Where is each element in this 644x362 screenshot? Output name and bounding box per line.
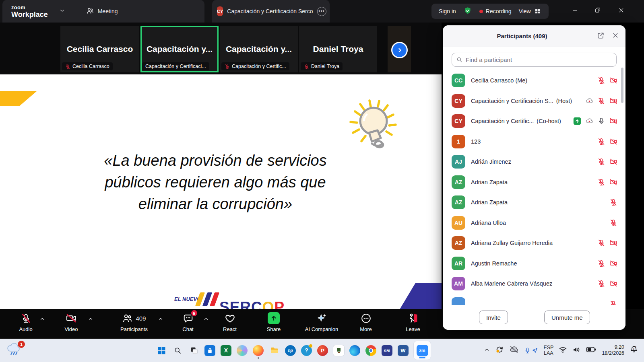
weather-widget[interactable]: 1 — [6, 342, 24, 358]
video-options-chevron[interactable] — [88, 316, 93, 323]
participant-row-cohost[interactable]: CY Capacitación y Certific...(Co-host) — [443, 111, 625, 132]
close-button[interactable] — [612, 0, 630, 20]
participant-row[interactable]: AZ Adrian Zapata — [443, 172, 625, 193]
minimize-button[interactable] — [566, 0, 584, 20]
search-input[interactable] — [466, 56, 612, 63]
participant-row[interactable]: 1 123 — [443, 132, 625, 152]
video-tile[interactable]: Cecilia Carrasco Cecilia Carrasco — [60, 26, 139, 72]
participant-list[interactable]: CC Cecilia Carrasco (Me) CY Capacitación… — [443, 70, 625, 306]
tab-meeting[interactable]: Meeting — [86, 7, 118, 16]
firefox-icon[interactable] — [253, 345, 264, 356]
logo-text-workplace: Workplace — [11, 11, 48, 18]
share-button[interactable]: Share — [260, 312, 287, 332]
notification-bell-icon[interactable]: zz — [630, 345, 638, 356]
unmute-me-button[interactable]: Unmute me — [544, 311, 590, 324]
participant-row-partial[interactable] — [443, 294, 625, 306]
logo-text-zoom: zoom — [11, 5, 48, 10]
slide-quote: «La buena provisión de servicios público… — [48, 150, 382, 215]
edge-icon[interactable] — [349, 345, 360, 356]
tray-expand-icon[interactable] — [484, 347, 490, 354]
language-indicator[interactable]: ESPLAA — [543, 345, 553, 356]
workspace-dropdown-icon[interactable] — [59, 8, 65, 15]
start-icon[interactable] — [156, 345, 167, 356]
avatar: AR — [452, 257, 465, 270]
wifi-icon[interactable] — [559, 346, 567, 356]
chat-icon: 6 — [183, 312, 194, 324]
mic-muted-icon — [65, 64, 70, 69]
more-button[interactable]: More — [353, 312, 379, 332]
participant-row[interactable]: AM Alba Marlene Cabrera Vásquez — [443, 274, 625, 294]
invite-button[interactable]: Invite — [479, 311, 508, 324]
adobe-p-icon[interactable]: P — [317, 345, 328, 356]
video-tile[interactable]: Daniel Troya Daniel Troya — [299, 26, 377, 72]
chrome-icon[interactable] — [365, 345, 376, 356]
participant-row-host[interactable]: CY Capacitación y Certificación S...(Hos… — [443, 91, 625, 111]
leave-button[interactable]: Leave — [400, 312, 426, 332]
sync-icon[interactable] — [495, 345, 504, 356]
video-tile-active-speaker[interactable]: Capacitación y... Capacitación y Certifi… — [140, 26, 219, 72]
tile-display-name: Capacitación y... — [226, 44, 292, 54]
system-tray: ESPLAA 9:20 18/2/2026 zz — [484, 339, 638, 362]
participants-panel-footer: Invite Unmute me — [443, 305, 625, 330]
participants-button[interactable]: 409 Participants — [114, 312, 154, 332]
close-panel-icon[interactable] — [612, 32, 619, 41]
chat-options-chevron[interactable] — [203, 316, 209, 323]
host-label: (Host) — [556, 98, 572, 104]
participant-row[interactable]: AR Agustin Remache — [443, 253, 625, 274]
sri-icon[interactable]: SRi — [382, 345, 392, 356]
onedrive-paused-icon[interactable] — [509, 345, 519, 356]
participant-row[interactable]: AJ Adrián Jimenez — [443, 152, 625, 172]
quote-line-1: «La buena provisión de servicios — [48, 150, 382, 171]
file-explorer-icon[interactable] — [269, 345, 280, 356]
help-icon[interactable]: ? — [301, 345, 312, 356]
tile-display-name: Capacitación y... — [147, 44, 213, 54]
volume-icon[interactable] — [572, 346, 581, 356]
weather-notification-badge: 1 — [18, 341, 25, 348]
video-tile[interactable]: Capacitación y... Capacitación y Certifi… — [220, 26, 298, 72]
participants-options-chevron[interactable] — [158, 316, 163, 323]
sign-in-button[interactable]: Sign in — [439, 8, 456, 14]
task-view-icon[interactable] — [188, 345, 199, 356]
tab-options-icon[interactable]: ••• — [317, 7, 326, 16]
zoom-app-icon-active[interactable]: zm — [414, 341, 431, 360]
copilot-icon[interactable] — [237, 345, 248, 356]
video-button[interactable]: Video — [58, 312, 85, 332]
video-off-icon — [609, 138, 617, 146]
excel-icon[interactable]: X — [221, 345, 231, 356]
word-icon[interactable]: W — [398, 345, 409, 356]
tile-name-label: Cecilia Carrasco — [62, 62, 113, 70]
restore-button[interactable] — [588, 0, 607, 20]
chrome-center — [369, 348, 373, 353]
taskbar-search-icon[interactable] — [172, 345, 183, 356]
video-off-icon — [609, 117, 617, 125]
participant-search-box[interactable] — [452, 53, 617, 67]
chat-unread-badge: 6 — [190, 309, 198, 317]
recording-indicator[interactable]: Recording — [479, 8, 512, 14]
avatar: CY — [452, 94, 465, 108]
chat-button[interactable]: 6 Chat — [175, 312, 201, 332]
clock[interactable]: 9:20 18/2/2026 — [602, 344, 624, 356]
react-button[interactable]: React — [217, 312, 243, 332]
participant-row[interactable]: CC Cecilia Carrasco (Me) — [443, 70, 625, 91]
hp-icon[interactable]: hp — [285, 345, 296, 356]
audio-options-chevron[interactable] — [39, 316, 45, 323]
mic-muted-icon — [597, 76, 605, 84]
security-shield-icon[interactable] — [463, 6, 472, 16]
store-icon[interactable] — [204, 345, 215, 356]
popout-panel-icon[interactable] — [597, 32, 605, 41]
participant-row[interactable]: AU Adriana Ulloa — [443, 213, 625, 233]
participant-row[interactable]: AZ Adriana Zullay Guijarro Heredia — [443, 233, 625, 253]
battery-icon[interactable] — [586, 346, 597, 355]
video-off-icon — [609, 280, 617, 288]
ai-companion-button[interactable]: AI Companion — [300, 312, 343, 332]
location-icon[interactable] — [532, 347, 538, 354]
audio-button[interactable]: Audio — [12, 312, 39, 332]
panel-scrollbar[interactable] — [621, 68, 623, 103]
view-button[interactable]: View — [519, 8, 541, 15]
custom-app-icon[interactable] — [333, 345, 344, 356]
participant-row[interactable]: AZ Adrian Zapata — [443, 192, 625, 213]
tab-active-meeting[interactable]: CY Capacitación y Certificación Serco ••… — [212, 0, 330, 23]
tray-mic-icon[interactable] — [524, 347, 531, 354]
next-page-arrow-button[interactable] — [391, 42, 408, 58]
ai-sparkle-icon — [316, 312, 327, 324]
